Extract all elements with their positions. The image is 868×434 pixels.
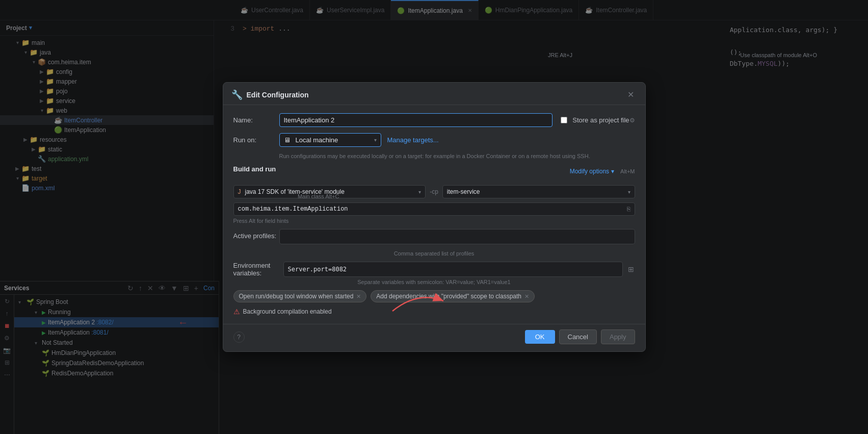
cancel-button[interactable]: Cancel [559,329,597,344]
run-on-dropdown[interactable]: 🖥 Local machine ▾ [279,133,381,147]
profiles-hint: Comma separated list of profiles [233,250,635,257]
modify-shortcut: Alt+M [620,168,635,174]
cp-prefix: -cp [430,188,438,195]
footer-right: OK Cancel Apply [525,329,635,344]
jre-hint: JRE Alt+J [548,52,572,58]
footer-left: ? [233,331,245,343]
profiles-input[interactable] [279,229,635,244]
dialog-overlay: 🔧 Edit Configuration ✕ Name: Store as pr… [0,0,868,434]
env-label: Environment variables: [233,262,279,277]
ok-button[interactable]: OK [525,330,555,344]
field-hint: Press Alt for field hints [233,218,635,224]
cp-value: item-service [447,188,480,195]
error-icon: ⚠ [233,308,240,316]
dialog-title: Edit Configuration [247,91,624,99]
settings-gear-icon[interactable]: ⚙ [629,117,635,124]
sdk-classpath-row: J java 17 SDK of 'item-service' module ▾… [233,185,635,198]
chip-run-debug: Open run/debug tool window when started … [233,290,367,302]
store-checkbox-label: Store as project file [561,116,629,124]
main-class-value: com.heima.item.ItemApplication [238,206,627,213]
run-on-value: Local machine [296,136,338,144]
config-icon: 🔧 [231,89,243,100]
cp-dropdown-arrow: ▾ [628,189,630,195]
chip1-close[interactable]: ✕ [356,293,361,300]
bg-compilation-label: Background compilation enabled [243,308,332,315]
env-input[interactable] [283,262,623,277]
dropdown-arrow: ▾ [374,137,377,143]
classpath-hint: Use classpath of module Alt+O [740,52,817,58]
dialog-body: Name: Store as project file ⚙ Run on: 🖥 … [223,105,645,324]
cp-dropdown[interactable]: item-service ▾ [442,185,635,198]
chevron-down-icon2: ▾ [611,168,614,175]
edit-config-dialog: 🔧 Edit Configuration ✕ Name: Store as pr… [223,82,646,352]
active-profiles-label: Active profiles: [233,229,279,240]
local-machine-icon: 🖥 [284,136,291,144]
apply-button[interactable]: Apply [601,329,635,344]
run-hint: Run configurations may be executed local… [279,153,635,159]
store-checkbox[interactable] [561,117,567,123]
java-icon: J [238,188,241,195]
chips-row: Open run/debug tool window when started … [233,290,635,302]
manage-targets-link[interactable]: Manage targets... [387,136,439,144]
chip-dependencies: Add dependencies with "provided" scope t… [371,290,535,302]
env-hint: Separate variables with semicolon: VAR=v… [233,279,635,285]
main-class-hint-label: Main class Alt+C [298,193,339,199]
sdk-dropdown-arrow: ▾ [418,189,421,195]
main-class-container: Main class Alt+C com.heima.item.ItemAppl… [233,202,635,216]
copy-button[interactable]: ⎘ [627,206,630,213]
dialog-footer: ? OK Cancel Apply [223,324,645,351]
run-on-label: Run on: [233,136,279,144]
env-row: Environment variables: ⊞ [233,262,635,277]
build-run-header: Build and run Modify options ▾ Alt+M [233,165,635,177]
name-label: Name: [233,116,279,124]
name-row: Name: Store as project file ⚙ [233,113,635,127]
chip2-close[interactable]: ✕ [524,293,529,300]
modify-options-link[interactable]: Modify options [570,168,609,175]
dialog-titlebar: 🔧 Edit Configuration ✕ [223,83,645,105]
name-input[interactable] [279,113,553,127]
run-on-row: Run on: 🖥 Local machine ▾ Manage targets… [233,133,635,147]
dialog-close-button[interactable]: ✕ [624,89,637,100]
main-class-row: com.heima.item.ItemApplication ⎘ [233,202,635,216]
bg-compilation-row: ⚠ Background compilation enabled [233,308,635,316]
build-run-title: Build and run [233,165,276,173]
help-button[interactable]: ? [233,331,245,343]
active-profiles-row: Active profiles: [233,229,635,244]
env-expand-button[interactable]: ⊞ [627,264,635,274]
